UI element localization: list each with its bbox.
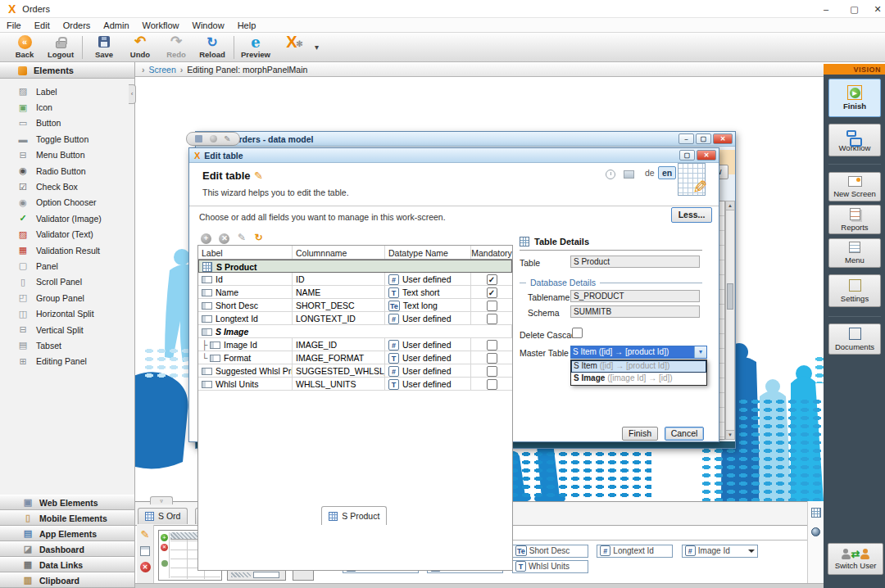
- combobox-arrow-icon[interactable]: ▾: [694, 346, 706, 358]
- element-editing-panel[interactable]: ⊞Editing Panel: [0, 354, 134, 369]
- scrollbar-thumb[interactable]: [727, 283, 733, 310]
- documents-button[interactable]: Documents: [828, 323, 881, 355]
- preview-button[interactable]: e Preview: [238, 34, 274, 61]
- cancel-dialog-button[interactable]: Cancel: [665, 427, 704, 441]
- remove-icon[interactable]: ✕: [140, 562, 151, 572]
- dropdown-option-s-image[interactable]: S Image ([image Id] → [id]): [571, 373, 706, 385]
- reports-button[interactable]: Reports: [828, 205, 881, 234]
- field-row-id[interactable]: Id ID #User defined ✓: [198, 273, 512, 286]
- field-row-format[interactable]: └Format IMAGE_FORMAT TUser defined: [198, 351, 512, 364]
- switch-user-button[interactable]: ⇄ Switch User: [828, 543, 883, 575]
- section-mobile-elements[interactable]: ▯Mobile Elements: [0, 510, 134, 526]
- finish-dialog-button[interactable]: Finish: [622, 427, 658, 441]
- mandatory-checkbox[interactable]: [487, 366, 497, 377]
- element-toggle-button[interactable]: ▬Toggle Button: [0, 131, 134, 147]
- menu-file[interactable]: File: [0, 19, 28, 32]
- section-clipboard[interactable]: ▥Clipboard: [0, 572, 134, 588]
- field-row-image-id[interactable]: ├Image Id IMAGE_ID #User defined: [198, 338, 512, 351]
- element-option-chooser[interactable]: ◉Option Chooser: [0, 195, 134, 210]
- workflow-button[interactable]: Workflow: [828, 124, 881, 156]
- section-web-elements[interactable]: ▣Web Elements: [0, 495, 134, 510]
- group-row-s-product[interactable]: S Product: [198, 260, 512, 273]
- dropdown-option-s-item[interactable]: S Item ([id] → [product Id]): [571, 360, 706, 373]
- edit-pencil-icon[interactable]: ✎: [141, 528, 150, 541]
- dm-minimize-button[interactable]: –: [678, 133, 694, 144]
- redo-button[interactable]: ↷ Redo: [158, 34, 194, 61]
- menu-button[interactable]: Menu: [828, 238, 881, 268]
- close-button[interactable]: ✕: [870, 1, 885, 17]
- mini-pencil-icon[interactable]: ✎: [224, 135, 230, 143]
- lang-en[interactable]: en: [658, 166, 676, 179]
- editor-chip-short-desc[interactable]: TeShort Desc: [512, 545, 588, 558]
- maximize-button[interactable]: ▢: [842, 1, 867, 17]
- mandatory-checkbox[interactable]: [487, 301, 497, 311]
- new-screen-button[interactable]: New Screen: [828, 172, 881, 201]
- grid-view-icon[interactable]: [811, 508, 821, 518]
- editor-chip-whlsl-units[interactable]: TWhlsl Units: [512, 560, 588, 573]
- table-value-field[interactable]: S Product: [570, 256, 700, 268]
- element-menu-button[interactable]: ⊟Menu Button: [0, 147, 134, 163]
- element-label[interactable]: ▨Label: [0, 84, 134, 99]
- add-row-icon[interactable]: +: [161, 534, 168, 541]
- group-row-s-image[interactable]: S Image: [198, 325, 512, 338]
- editor-chip-image-id[interactable]: #Image Id: [682, 545, 758, 558]
- wizard-close-button[interactable]: ✕: [697, 150, 716, 161]
- settings-button[interactable]: Settings: [828, 274, 881, 307]
- toolbar-dropdown-icon[interactable]: ▾: [315, 43, 319, 52]
- element-scroll-panel[interactable]: ▯Scroll Panel: [0, 274, 134, 290]
- mandatory-checkbox[interactable]: [487, 353, 497, 364]
- mini-circle-icon[interactable]: [210, 135, 217, 142]
- editor-chip-longtext-id[interactable]: #Longtext Id: [597, 545, 673, 558]
- section-data-links[interactable]: ▦Data Links: [0, 557, 134, 572]
- field-row-suggested-whlsl-price[interactable]: Suggested Whlsl Price SUGGESTED_WHLSL_PR…: [198, 364, 512, 378]
- delete-cascade-checkbox[interactable]: [572, 328, 583, 338]
- breadcrumb-screen-link[interactable]: Screen: [149, 65, 176, 75]
- element-icon[interactable]: ▣Icon: [0, 99, 134, 115]
- scroll-up-icon[interactable]: ▲: [726, 201, 734, 210]
- tab-s-product[interactable]: S Product: [321, 506, 387, 525]
- visionx-button[interactable]: X: [274, 34, 310, 61]
- dm-close-button[interactable]: ✕: [713, 133, 733, 144]
- section-app-elements[interactable]: ▤App Elements: [0, 526, 134, 541]
- finish-button[interactable]: ▶ Finish: [828, 79, 881, 117]
- field-row-whlsl-units[interactable]: Whlsl Units WHLSL_UNITS TUser defined: [198, 378, 512, 391]
- field-row-short-desc[interactable]: Short Desc SHORT_DESC TeText long: [198, 299, 512, 312]
- scroll-down-icon[interactable]: ▼: [726, 430, 734, 439]
- menu-window[interactable]: Window: [186, 19, 231, 32]
- master-table-combobox[interactable]: S Item ([id] → [product Id]) ▾: [570, 346, 707, 359]
- schema-field[interactable]: SUMMITB: [570, 305, 700, 318]
- wizard-maximize-button[interactable]: ▢: [679, 150, 695, 161]
- menu-workflow[interactable]: Workflow: [136, 19, 186, 32]
- panel-collapse-handle[interactable]: ▿: [150, 496, 173, 504]
- edit-field-icon[interactable]: ✎: [238, 232, 246, 243]
- image-flag-icon[interactable]: [624, 170, 634, 179]
- mandatory-checkbox[interactable]: [487, 379, 497, 390]
- element-validator-text[interactable]: ▨Validator (Text): [0, 227, 134, 242]
- tablename-field[interactable]: S_PRODUCT: [570, 290, 700, 302]
- element-check-box[interactable]: ☑Check Box: [0, 179, 134, 194]
- section-dashboard[interactable]: ◪Dashboard: [0, 541, 134, 557]
- save-button[interactable]: Save: [86, 34, 122, 61]
- element-button[interactable]: ▭Button: [0, 115, 134, 131]
- mandatory-checkbox[interactable]: [487, 340, 497, 351]
- refresh-fields-icon[interactable]: ↻: [254, 232, 262, 243]
- form-icon[interactable]: [140, 546, 150, 556]
- mandatory-checkbox[interactable]: ✓: [487, 287, 497, 298]
- field-row-longtext-id[interactable]: Longtext Id LONGTEXT_ID #User defined: [198, 312, 512, 325]
- remove-field-icon[interactable]: ✕: [219, 233, 229, 244]
- element-tabset[interactable]: ▤Tabset: [0, 337, 134, 353]
- elements-panel-header[interactable]: Elements: [0, 62, 134, 79]
- dm-maximize-button[interactable]: ▢: [696, 133, 711, 144]
- sidebar-collapse-handle[interactable]: ‹: [129, 84, 136, 104]
- history-clock-icon[interactable]: [606, 170, 615, 179]
- database-details-section[interactable]: Database Details: [520, 278, 702, 287]
- delete-row-icon[interactable]: ✕: [161, 544, 168, 551]
- mini-save-icon[interactable]: [195, 135, 202, 142]
- element-group-panel[interactable]: ◰Group Panel: [0, 290, 134, 305]
- menu-orders[interactable]: Orders: [57, 19, 98, 32]
- element-panel[interactable]: ▢Panel: [0, 258, 134, 274]
- add-field-icon[interactable]: +: [201, 233, 211, 244]
- tab-s-ord[interactable]: S Ord: [138, 508, 188, 524]
- element-validation-result[interactable]: ▦Validation Result: [0, 242, 134, 258]
- globe-icon[interactable]: [811, 527, 820, 536]
